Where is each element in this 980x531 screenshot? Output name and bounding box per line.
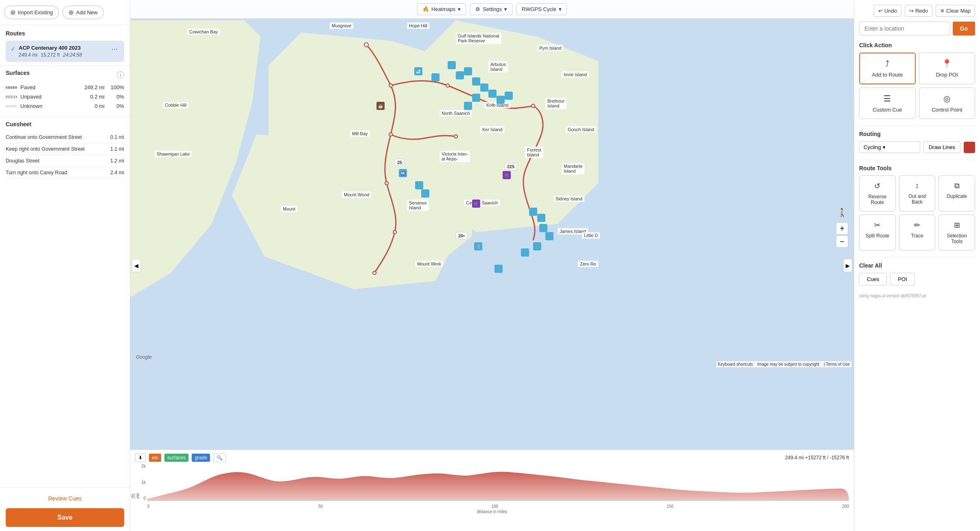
x-icon: ✕ [940, 8, 945, 14]
trace-button[interactable]: ✏ Trace [899, 215, 936, 250]
trace-icon: ✏ [914, 221, 920, 230]
poi-teal-8[interactable] [488, 90, 497, 98]
poi-restroom-1[interactable]: 🚻 [399, 169, 407, 177]
chevron-down-icon-routing: ▾ [883, 144, 886, 150]
poi-purple-1[interactable]: 🛒 [503, 171, 511, 179]
clear-poi-button[interactable]: POI [890, 273, 914, 285]
map-container[interactable]: 🔥 Heatmaps ▾ ⚙ Settings ▾ RWGPS Cycle ▾ … [130, 0, 854, 531]
click-action-title: Click Action [859, 42, 975, 48]
poi-teal-17[interactable] [539, 224, 547, 232]
poi-teal-19[interactable] [533, 242, 541, 250]
location-row: Go [859, 22, 975, 35]
cue-row-3: Douglas Street 1.2 mi [6, 155, 124, 167]
ele-zoom-button[interactable]: 🔍 [213, 453, 226, 462]
reverse-route-button[interactable]: ↺ Reverse Route [859, 176, 896, 211]
import-existing-button[interactable]: ⊕ Import Existing [4, 6, 59, 19]
poi-teal-18[interactable] [545, 232, 553, 240]
zoom-out-button[interactable]: − [836, 235, 848, 248]
poi-teal-16[interactable] [537, 214, 545, 222]
unknown-label: Unknown [20, 103, 75, 109]
clear-cues-button[interactable]: Cues [859, 273, 887, 285]
poi-teal-7[interactable] [480, 83, 488, 92]
out-and-back-button[interactable]: ↕ Out and Back [899, 176, 936, 211]
map-label-pym: Pym Island [537, 45, 563, 51]
elevation-bar: ⬇ ele surfaces grade 🔍 249.4 mi +15272 f… [130, 450, 854, 531]
poi-teal-6[interactable] [472, 77, 480, 86]
paved-distance: 249.2 mi [78, 84, 105, 90]
selection-tools-button[interactable]: ⊞ Selection Tools [938, 215, 975, 250]
sidebar-footer: Review Cues Save [0, 487, 130, 531]
poi-teal-12[interactable] [505, 92, 513, 100]
zoom-in-button[interactable]: + [836, 222, 848, 235]
poi-teal-1[interactable]: 🏕 [414, 67, 422, 75]
elevation-chart[interactable]: 2k 1k 0 0 50 100 150 200 [135, 464, 849, 509]
map-label-central-saanich: Central Saanich [464, 200, 500, 206]
keyboard-shortcuts-link[interactable]: Keyboard shortcuts [718, 362, 753, 366]
clear-map-button[interactable]: ✕ Clear Map [936, 5, 975, 17]
custom-cue-button[interactable]: ☰ Custom Cue [859, 88, 916, 119]
color-swatch-button[interactable] [964, 142, 975, 153]
map-toolbar: 🔥 Heatmaps ▾ ⚙ Settings ▾ RWGPS Cycle ▾ [130, 0, 854, 19]
poi-teal-9[interactable] [464, 102, 472, 110]
collapse-right-button[interactable]: ▶ [843, 259, 852, 272]
ele-grade-button[interactable]: grade [192, 454, 210, 462]
poi-teal-3[interactable] [448, 61, 456, 69]
unpaved-percent: 0% [108, 94, 124, 100]
poi-teal-4[interactable] [456, 71, 464, 79]
settings-button[interactable]: ⚙ Settings ▾ [470, 3, 512, 15]
go-button[interactable]: Go [953, 22, 975, 35]
version-text: using rwgps-ui version ab8578957-pr [859, 285, 975, 298]
map-label-victoria-airport: Victoria Inter-al Airpo- [440, 151, 470, 162]
poi-teal-2[interactable] [431, 73, 440, 81]
paved-percent: 100% [108, 84, 124, 90]
poi-restaurant-1[interactable]: 🍴 [474, 242, 482, 250]
add-to-route-button[interactable]: ⤴ Add to Route [859, 53, 916, 84]
poi-coffee-1[interactable]: ☕ [376, 102, 385, 110]
ele-download-button[interactable]: ⬇ [135, 453, 146, 462]
terms-of-use-link[interactable]: Terms of Use [826, 362, 850, 366]
poi-teal-15[interactable] [529, 208, 537, 216]
tools-grid: ↺ Reverse Route ↕ Out and Back ⧉ Duplica… [859, 176, 975, 250]
poi-teal-21[interactable] [494, 265, 503, 273]
location-input[interactable] [859, 22, 950, 35]
poi-teal-5[interactable] [464, 67, 472, 75]
draw-lines-button[interactable]: Draw Lines [923, 141, 960, 153]
person-icon: 🚶 [837, 208, 847, 217]
map-label-cowichan: Cowichan Bay [187, 29, 220, 35]
save-button[interactable]: Save [6, 508, 124, 527]
map-background[interactable]: Cowichan Bay Musgrave Hope Hill Gulf Isl… [130, 20, 854, 450]
poi-teal-14[interactable] [421, 189, 429, 197]
review-cues-button[interactable]: Review Cues [6, 492, 124, 505]
route-tools-section: Route Tools ↺ Reverse Route ↕ Out and Ba… [859, 165, 975, 250]
route-distance: 249.4 mi [19, 52, 37, 58]
check-icon: ✓ [11, 46, 15, 52]
route-more-button[interactable]: ··· [110, 45, 119, 53]
poi-purple-2[interactable]: 🛒 [472, 200, 480, 208]
poi-teal-13[interactable] [415, 181, 423, 189]
elevation-stats: 249.4 mi +15272 ft / -15276 ft [785, 455, 849, 461]
heatmaps-button[interactable]: 🔥 Heatmaps ▾ [417, 3, 466, 15]
ele-surfaces-button[interactable]: surfaces [164, 454, 188, 462]
routing-mode-selector[interactable]: Cycling ▾ [859, 141, 920, 153]
undo-button[interactable]: ↩ Undo [874, 5, 901, 17]
collapse-left-button[interactable]: ◀ [132, 259, 141, 272]
redo-button[interactable]: ↪ Redo [905, 5, 932, 17]
google-logo: Google [136, 354, 152, 360]
poi-teal-10[interactable] [472, 94, 480, 102]
duplicate-button[interactable]: ⧉ Duplicate [938, 176, 975, 211]
surface-row-unpaved: Unpaved 0.2 mi 0% [6, 94, 124, 100]
split-route-button[interactable]: ✂ Split Route [859, 215, 896, 250]
map-style-button[interactable]: RWGPS Cycle ▾ [516, 3, 567, 15]
drop-poi-button[interactable]: 📍 Drop POI [919, 53, 976, 84]
surfaces-info-button[interactable]: i [117, 71, 124, 79]
routing-row: Cycling ▾ Draw Lines [859, 141, 975, 153]
poi-teal-11[interactable] [497, 96, 505, 104]
route-item[interactable]: ✓ ACP Centenary 400 2023 249.4 mi 15,272… [6, 41, 124, 62]
map-label-gooch: Gooch Island [566, 126, 596, 133]
ele-elevation-button[interactable]: ele [149, 454, 161, 462]
add-new-button[interactable]: ⊕ Add New [62, 6, 104, 19]
map-label-shawnigan: Shawnigan Lake [155, 151, 192, 157]
control-point-button[interactable]: ◎ Control Point [919, 88, 976, 119]
poi-teal-20[interactable] [521, 248, 529, 257]
routes-title: Routes [6, 30, 124, 37]
